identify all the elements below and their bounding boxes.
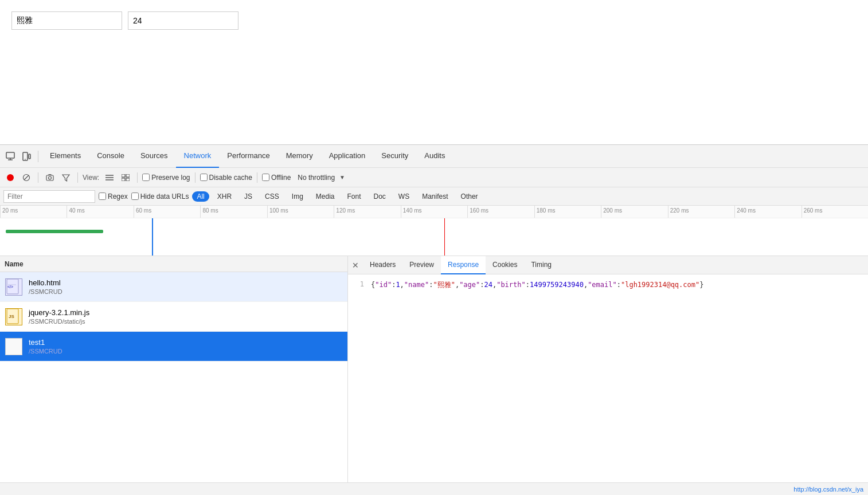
record-button[interactable] — [3, 171, 17, 184]
tick-20: 20 ms — [0, 206, 67, 218]
list-item[interactable]: JS jquery-3.2.1.min.js /SSMCRUD/static/j… — [0, 302, 347, 332]
tick-260: 260 ms — [801, 206, 868, 218]
tab-separator-1 — [38, 151, 38, 162]
filter-chip-other[interactable]: Other — [456, 191, 483, 202]
filter-chip-manifest[interactable]: Manifest — [417, 191, 452, 202]
hide-data-urls-checkbox[interactable] — [131, 192, 139, 200]
regex-checkbox[interactable] — [99, 192, 106, 200]
file-name: jquery-3.2.1.min.js — [29, 308, 89, 317]
hide-data-urls-group[interactable]: Hide data URLs — [131, 192, 189, 201]
file-info: jquery-3.2.1.min.js /SSMCRUD/static/js — [29, 308, 89, 325]
svg-text:</>: </> — [7, 285, 13, 289]
name-input[interactable] — [11, 11, 122, 30]
response-tab-bar: ✕ Headers Preview Response Cookies Timin… — [348, 256, 868, 274]
filter-button[interactable] — [59, 171, 73, 184]
regex-group[interactable]: Regex — [99, 192, 128, 201]
file-list-panel: Name </> hello.h — [0, 256, 348, 482]
filter-chip-doc[interactable]: Doc — [369, 191, 390, 202]
filter-input[interactable] — [3, 190, 95, 203]
file-path: /SSMCRUD/static/js — [29, 318, 89, 325]
tick-220: 220 ms — [668, 206, 734, 218]
timeline-bar-green — [6, 230, 103, 233]
list-item[interactable]: </> hello.html /SSMCRUD — [0, 272, 347, 302]
tab-console[interactable]: Console — [89, 145, 132, 168]
disable-cache-group[interactable]: Disable cache — [200, 174, 252, 182]
offline-group[interactable]: Offline — [262, 174, 291, 182]
svg-point-10 — [49, 176, 52, 179]
file-name: hello.html — [29, 278, 62, 287]
file-info: test1 /SSMCRUD — [29, 338, 62, 355]
tab-memory[interactable]: Memory — [278, 145, 321, 168]
svg-rect-17 — [122, 178, 125, 181]
group-view-icon[interactable] — [119, 171, 132, 184]
device-icon[interactable] — [18, 148, 34, 164]
svg-rect-18 — [126, 178, 130, 181]
file-list-header: Name — [0, 256, 347, 272]
tick-240: 240 ms — [734, 206, 801, 218]
tab-sources[interactable]: Sources — [132, 145, 176, 168]
tab-cookies[interactable]: Cookies — [486, 256, 524, 274]
file-path: /SSMCRUD — [29, 288, 62, 295]
network-filter-bar: Regex Hide data URLs All XHR JS CSS Img … — [0, 187, 868, 206]
tick-200: 200 ms — [601, 206, 667, 218]
tab-network[interactable]: Network — [176, 145, 220, 168]
preserve-log-group[interactable]: Preserve log — [142, 174, 190, 182]
filter-chip-js[interactable]: JS — [240, 191, 257, 202]
filter-chip-media[interactable]: Media — [311, 191, 339, 202]
response-line-1: 1 {"id":1,"name":"熙雅","age":24,"birth":1… — [350, 279, 866, 291]
disable-cache-label: Disable cache — [209, 174, 252, 182]
tab-audits[interactable]: Audits — [416, 145, 453, 168]
svg-rect-9 — [46, 175, 53, 180]
list-item[interactable]: test1 /SSMCRUD — [0, 332, 347, 362]
toolbar-sep-3 — [137, 172, 138, 183]
age-input[interactable] — [128, 11, 238, 30]
filter-chip-xhr[interactable]: XHR — [213, 191, 236, 202]
tab-response[interactable]: Response — [441, 256, 486, 274]
tick-180: 180 ms — [534, 206, 601, 218]
inspect-icon[interactable] — [2, 148, 18, 164]
filter-chip-all[interactable]: All — [192, 191, 209, 202]
svg-text:JS: JS — [9, 314, 14, 319]
svg-marker-11 — [62, 175, 69, 181]
devtools-tab-bar: Elements Console Sources Network Perform… — [0, 145, 868, 168]
tick-80: 80 ms — [200, 206, 267, 218]
close-panel-button[interactable]: ✕ — [350, 260, 361, 270]
toolbar-sep-4 — [195, 172, 196, 183]
tab-security[interactable]: Security — [373, 145, 416, 168]
page-content — [0, 0, 868, 144]
clear-button[interactable] — [19, 171, 33, 184]
name-column-header: Name — [5, 260, 24, 268]
response-panel: ✕ Headers Preview Response Cookies Timin… — [348, 256, 868, 482]
throttle-dropdown-icon[interactable]: ▼ — [339, 174, 345, 180]
file-list: </> hello.html /SSMCRUD — [0, 272, 347, 482]
tab-timing[interactable]: Timing — [524, 256, 558, 274]
file-info: hello.html /SSMCRUD — [29, 278, 62, 295]
filter-chip-font[interactable]: Font — [343, 191, 366, 202]
preserve-log-checkbox[interactable] — [142, 174, 150, 181]
filter-chip-css[interactable]: CSS — [260, 191, 284, 202]
offline-checkbox[interactable] — [262, 174, 269, 181]
throttle-value: No throttling — [298, 174, 335, 182]
timeline-vline-red — [444, 218, 445, 256]
timeline-area: 20 ms 40 ms 60 ms 80 ms 100 ms 120 ms 14… — [0, 206, 868, 256]
camera-button[interactable] — [43, 171, 57, 184]
svg-point-5 — [25, 159, 26, 160]
toolbar-sep-1 — [38, 172, 38, 183]
timeline-vline-blue — [152, 218, 153, 256]
main-split: Name </> hello.h — [0, 256, 868, 482]
list-view-icon[interactable] — [103, 171, 116, 184]
json-content: {"id":1,"name":"熙雅","age":24,"birth":149… — [371, 280, 703, 290]
url-bar: http://blog.csdn.net/x_iya — [0, 482, 868, 495]
filter-chip-img[interactable]: Img — [287, 191, 308, 202]
svg-rect-16 — [126, 174, 130, 177]
tab-headers[interactable]: Headers — [363, 256, 402, 274]
tab-preview[interactable]: Preview — [402, 256, 441, 274]
hide-data-urls-label: Hide data URLs — [140, 192, 189, 201]
tick-60: 60 ms — [134, 206, 200, 218]
tab-elements[interactable]: Elements — [42, 145, 89, 168]
filter-chip-ws[interactable]: WS — [394, 191, 414, 202]
tab-application[interactable]: Application — [321, 145, 374, 168]
file-icon-html: </> — [5, 278, 23, 296]
disable-cache-checkbox[interactable] — [200, 174, 208, 181]
tab-performance[interactable]: Performance — [219, 145, 277, 168]
